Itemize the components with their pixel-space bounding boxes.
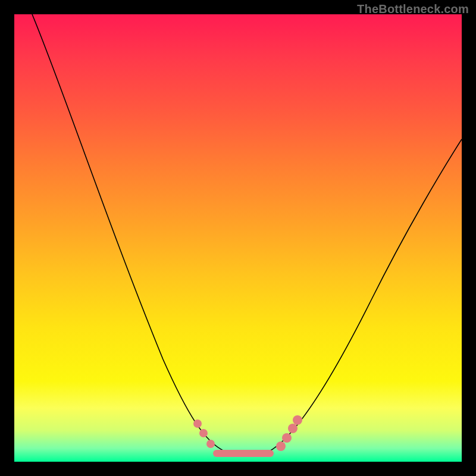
marker-dot	[276, 441, 286, 451]
attribution-text: TheBottleneck.com	[357, 2, 469, 16]
marker-dot	[288, 424, 298, 433]
bottleneck-curve	[32, 14, 462, 453]
marker-dot	[293, 415, 302, 425]
plot-area	[14, 14, 462, 462]
curve-layer	[14, 14, 462, 462]
marker-dot	[193, 419, 202, 428]
marker-dot	[206, 440, 215, 448]
chart-frame: TheBottleneck.com	[0, 0, 476, 476]
marker-dot	[282, 433, 292, 443]
marker-dot	[199, 429, 208, 437]
